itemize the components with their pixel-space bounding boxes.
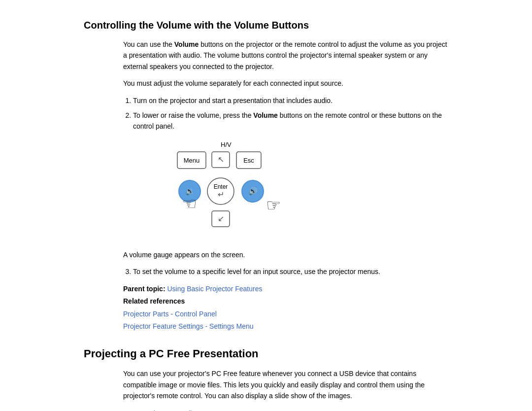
hv-label: H/V (221, 141, 232, 148)
hv-btn-icon: ↖ (218, 155, 224, 164)
menu-btn-label: Menu (184, 157, 200, 164)
parent-topic-link[interactable]: Using Basic Projector Features (167, 285, 262, 293)
section2-title: Projecting a PC Free Presentation (84, 347, 448, 360)
section1-title: Controlling the Volume with the Volume B… (84, 20, 448, 31)
section1-intro-paragraph: You can use the Volume buttons on the pr… (123, 39, 448, 89)
section1-steps: Turn on the projector and start a presen… (133, 95, 448, 132)
section2-body: You can use your projector's PC Free fea… (123, 368, 448, 401)
down-arrow-icon: ↙ (218, 214, 224, 223)
section1-standalone-text: You must adjust the volume separately fo… (123, 78, 448, 89)
enter-btn-label: Enter (214, 183, 228, 190)
control-panel-diagram: H/V Menu ↖ Esc 🔉 Enter ↵ 🔊 ↙ ☞ (163, 138, 448, 241)
related-link-1[interactable]: Projector Parts - Control Panel (123, 308, 448, 320)
enter-btn-icon: ↵ (218, 190, 224, 199)
step-2: To lower or raise the volume, press the … (133, 110, 448, 132)
related-link-2[interactable]: Projector Feature Settings - Settings Me… (123, 320, 448, 333)
diagram-svg: H/V Menu ↖ Esc 🔉 Enter ↵ 🔊 ↙ ☞ (163, 138, 291, 241)
section1-intro-text: You can use the Volume buttons on the pr… (123, 39, 448, 72)
step-3-list: To set the volume to a specific level fo… (133, 266, 448, 277)
step-1: Turn on the projector and start a presen… (133, 95, 448, 106)
page-container: Controlling the Volume with the Volume B… (74, 20, 458, 411)
section2-link-1[interactable]: Supported PC Free File Types (123, 407, 448, 411)
left-finger-icon: ☞ (182, 194, 197, 213)
volume-note: A volume gauge appears on the screen. (123, 249, 448, 260)
volume-bold-2: Volume (253, 111, 278, 119)
esc-btn-label: Esc (243, 157, 254, 164)
step-3: To set the volume to a specific level fo… (133, 266, 448, 277)
volume-up-icon: 🔊 (248, 187, 258, 196)
related-references-title: Related references (123, 297, 448, 305)
parent-topic-paragraph: Parent topic: Using Basic Projector Feat… (123, 283, 448, 294)
right-finger-icon: ☞ (266, 196, 281, 214)
section2-body-text: You can use your projector's PC Free fea… (123, 368, 448, 401)
section2-links: Supported PC Free File Types Starting a … (123, 407, 448, 411)
parent-topic-label: Parent topic: (123, 285, 166, 293)
volume-bold-1: Volume (174, 40, 199, 48)
